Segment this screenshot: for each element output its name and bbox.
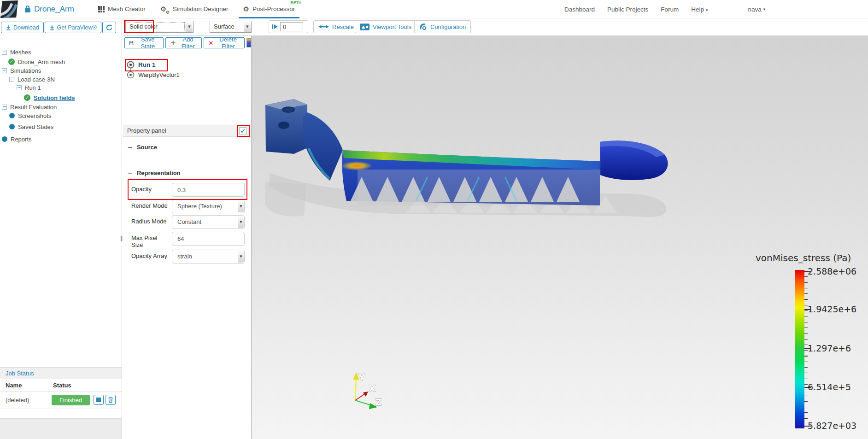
render-mode-select[interactable]: Sphere (Texture) ▼ bbox=[172, 199, 245, 213]
select-arrow-icon[interactable]: ▼ bbox=[238, 251, 244, 263]
sidebar-actions: Download Get ParaView® bbox=[1, 22, 116, 33]
collapse-icon[interactable]: − bbox=[2, 105, 7, 110]
viewport-tools-button[interactable]: Viewport Tools bbox=[355, 20, 416, 33]
stop-icon bbox=[96, 398, 101, 402]
link-dashboard[interactable]: Dashboard bbox=[564, 6, 595, 13]
tree-item-meshes[interactable]: − Meshes bbox=[2, 48, 31, 56]
tab-label: Post-Processor bbox=[252, 6, 295, 12]
tree-item-saved-states[interactable]: Saved States bbox=[9, 123, 53, 131]
sidebar-footer bbox=[0, 418, 122, 439]
get-paraview-button[interactable]: Get ParaView® bbox=[45, 22, 101, 33]
property-panel-checkbox[interactable]: ✓ bbox=[239, 127, 247, 135]
module-tabs: Mesh Creator ⚙⚙ Simulation Designer ⚙ Po… bbox=[91, 0, 302, 18]
project-title: Drone_Arm bbox=[34, 5, 74, 14]
link-public-projects[interactable]: Public Projects bbox=[607, 6, 648, 13]
menu-help[interactable]: Help ▾ bbox=[691, 6, 708, 13]
chevron-down-icon: ▾ bbox=[763, 7, 766, 12]
representation-select[interactable]: Surface ▼ bbox=[210, 21, 252, 33]
axis-label-y: Y bbox=[358, 372, 365, 383]
delete-job-button[interactable] bbox=[106, 395, 116, 405]
download-icon bbox=[49, 25, 55, 30]
axis-triad: Y X Z bbox=[353, 372, 382, 409]
field-opacity: Opacity bbox=[123, 183, 251, 197]
max-pixel-size-input[interactable] bbox=[172, 232, 245, 246]
dot-icon bbox=[2, 136, 7, 142]
filter-toolbar: Save State + Add Filter ✕ Delete Filter bbox=[124, 37, 251, 48]
select-arrow-icon[interactable]: ▼ bbox=[186, 22, 193, 32]
drone-arm-model: Y X Z bbox=[252, 36, 868, 439]
collapse-icon[interactable]: − bbox=[9, 77, 14, 82]
refresh-icon bbox=[106, 24, 112, 31]
application-window: Drone_Arm Mesh Creator ⚙⚙ Simulation Des… bbox=[0, 0, 868, 439]
tree-item-drone-arm-mesh[interactable]: ✓ Drone_Arm mesh bbox=[8, 58, 65, 66]
left-sidebar: Download Get ParaView® − Meshes ✓ bbox=[0, 18, 122, 439]
tree-item-result-evaluation[interactable]: − Result Evaluation bbox=[2, 103, 57, 111]
tab-mesh-creator[interactable]: Mesh Creator bbox=[91, 0, 153, 18]
tree-item-simulations[interactable]: − Simulations bbox=[2, 66, 41, 75]
rescale-button[interactable]: Rescale bbox=[313, 20, 359, 33]
section-source[interactable]: − Source bbox=[128, 144, 157, 151]
section-representation[interactable]: − Representation bbox=[128, 170, 181, 176]
add-filter-button[interactable]: + Add Filter bbox=[165, 37, 202, 48]
collapse-section-icon: − bbox=[128, 170, 133, 176]
tree-item-load-case[interactable]: − Load case-3N bbox=[9, 75, 55, 83]
visibility-eye-icon[interactable] bbox=[127, 71, 135, 79]
navbar-links: Dashboard Public Projects Forum Help ▾ n… bbox=[564, 0, 765, 18]
trash-icon bbox=[108, 397, 113, 403]
delete-filter-button[interactable]: ✕ Delete Filter bbox=[204, 37, 245, 48]
download-button[interactable]: Download bbox=[1, 22, 44, 33]
legend-tick-label: 1.9425e+6 bbox=[808, 304, 856, 314]
job-name: (deleted) bbox=[6, 397, 29, 404]
job-status-row: (deleted) Finished bbox=[0, 392, 122, 409]
tab-label: Simulation Designer bbox=[173, 6, 229, 12]
axis-label-x: X bbox=[369, 383, 376, 394]
field-render-mode: Render Mode Sphere (Texture) ▼ bbox=[123, 199, 251, 213]
opacity-input[interactable] bbox=[172, 183, 245, 197]
save-state-button[interactable]: Save State bbox=[124, 37, 164, 48]
double-arrow-icon bbox=[318, 24, 329, 29]
colormap-swatch-button[interactable] bbox=[246, 38, 251, 47]
pipeline-property-panel: Save State + Add Filter ✕ Delete Filter … bbox=[123, 36, 251, 439]
viewport-3d-canvas[interactable]: Y X Z vonMises_stress (Pa) 2.588e+06 1.9… bbox=[252, 36, 868, 439]
legend-tick-label: 5.827e+03 bbox=[808, 421, 856, 431]
top-navbar: Drone_Arm Mesh Creator ⚙⚙ Simulation Des… bbox=[0, 0, 868, 18]
frame-input[interactable] bbox=[280, 22, 303, 31]
download-icon bbox=[6, 25, 11, 30]
select-arrow-icon[interactable]: ▼ bbox=[244, 22, 251, 32]
play-icon[interactable] bbox=[271, 24, 278, 29]
color-mode-select[interactable]: Solid color ▼ bbox=[125, 21, 194, 33]
tree-item-screenshots[interactable]: Screenshots bbox=[9, 111, 51, 120]
axis-label-z: Z bbox=[375, 397, 382, 408]
post-processor-gear-icon: ⚙ bbox=[243, 5, 249, 13]
select-arrow-icon[interactable]: ▼ bbox=[238, 200, 244, 212]
frame-stepper bbox=[269, 20, 308, 33]
tab-post-processor[interactable]: ⚙ Post-Processor BETA bbox=[236, 0, 303, 18]
select-arrow-icon[interactable]: ▼ bbox=[238, 216, 244, 228]
plus-icon: + bbox=[170, 39, 176, 47]
job-status-header: Job Status bbox=[0, 367, 122, 379]
tree-item-solution-fields[interactable]: ✓ Solution fields bbox=[24, 94, 75, 102]
link-forum[interactable]: Forum bbox=[661, 6, 679, 13]
pipeline-browser: Run 1 WarpByVector1 bbox=[123, 49, 251, 116]
tree-item-run-1[interactable]: − Run 1 bbox=[17, 83, 41, 92]
app-logo-icon[interactable] bbox=[0, 0, 18, 18]
collapse-icon[interactable]: − bbox=[2, 50, 7, 55]
save-icon bbox=[129, 40, 134, 46]
stop-job-button[interactable] bbox=[94, 395, 104, 405]
tree-item-reports[interactable]: Reports bbox=[2, 135, 32, 143]
opacity-array-select[interactable]: strain ▼ bbox=[172, 250, 245, 263]
pipeline-item-run-1[interactable]: Run 1 bbox=[127, 61, 156, 69]
job-status-column-headers: Name Status bbox=[0, 379, 122, 392]
menu-user[interactable]: nava ▾ bbox=[748, 6, 765, 13]
visibility-eye-icon[interactable] bbox=[127, 61, 135, 69]
collapse-icon[interactable]: − bbox=[2, 68, 7, 73]
configuration-button[interactable]: Configuration bbox=[414, 20, 471, 33]
collapse-icon[interactable]: − bbox=[17, 85, 22, 90]
pipeline-item-warpbyvector[interactable]: WarpByVector1 bbox=[127, 71, 180, 79]
collapse-section-icon: − bbox=[128, 144, 133, 151]
legend-title: vonMises_stress (Pa) bbox=[756, 252, 851, 263]
refresh-button[interactable] bbox=[102, 22, 116, 33]
radius-mode-select[interactable]: Constant ▼ bbox=[172, 215, 245, 229]
check-icon: ✓ bbox=[240, 126, 246, 137]
tab-simulation-designer[interactable]: ⚙⚙ Simulation Designer bbox=[153, 0, 236, 18]
